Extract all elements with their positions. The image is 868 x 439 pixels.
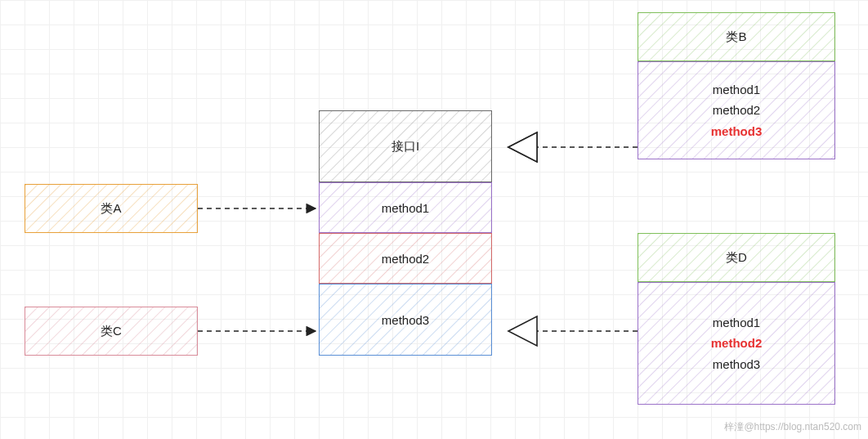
class-a-box: 类A xyxy=(25,184,198,233)
interface-i-m1: method1 xyxy=(379,200,432,216)
watermark: 梓潼@https://blog.ntan520.com xyxy=(724,420,861,434)
interface-i-title-box: 接口I xyxy=(319,110,492,182)
class-b-title-box: 类B xyxy=(638,12,835,61)
class-b-m3: method3 xyxy=(709,121,765,141)
class-d-m1: method1 xyxy=(710,312,763,333)
interface-i-m2: method2 xyxy=(379,251,432,267)
class-b-title: 类B xyxy=(723,29,749,46)
class-d-m2: method2 xyxy=(709,333,765,353)
interface-i-m1-box: method1 xyxy=(319,182,492,233)
interface-i-m3: method3 xyxy=(379,312,432,328)
class-d-m3: method3 xyxy=(710,354,763,374)
class-d-title: 类D xyxy=(723,249,749,267)
class-c-label: 类C xyxy=(98,323,124,340)
class-d-body-box: method1 method2 method3 xyxy=(638,282,835,405)
class-a-label: 类A xyxy=(98,200,123,217)
class-c-box: 类C xyxy=(25,307,198,356)
interface-i-m2-box: method2 xyxy=(319,233,492,284)
class-d-title-box: 类D xyxy=(638,233,835,282)
interface-i-title: 接口I xyxy=(389,138,422,155)
class-b-m2: method2 xyxy=(710,100,763,120)
class-b-m1: method1 xyxy=(710,79,763,100)
interface-i-m3-box: method3 xyxy=(319,284,492,356)
class-b-body-box: method1 method2 method3 xyxy=(638,61,835,159)
